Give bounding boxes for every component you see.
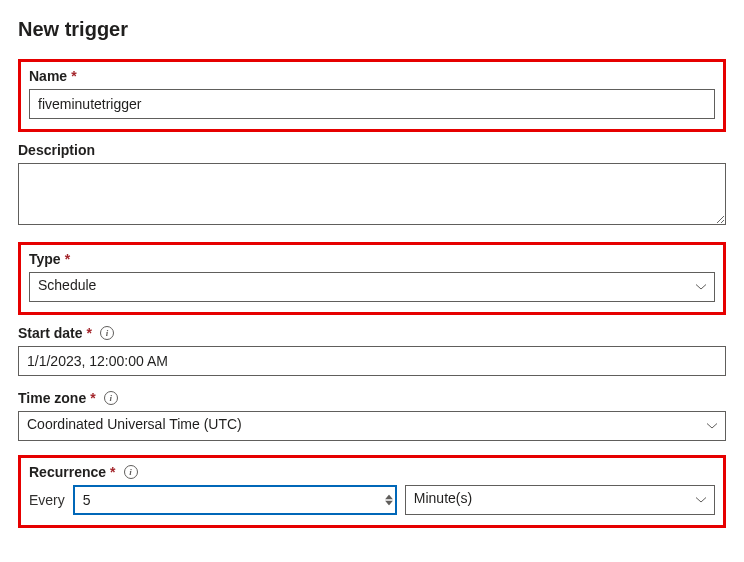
description-label: Description bbox=[18, 142, 95, 158]
time-zone-label-row: Time zone * i bbox=[18, 390, 726, 406]
time-zone-select[interactable]: Coordinated Universal Time (UTC) bbox=[18, 411, 726, 441]
required-mark: * bbox=[90, 390, 95, 406]
time-zone-label: Time zone bbox=[18, 390, 86, 406]
required-mark: * bbox=[87, 325, 92, 341]
start-date-section: Start date * i bbox=[18, 325, 726, 376]
required-mark: * bbox=[110, 464, 115, 480]
required-mark: * bbox=[65, 251, 70, 267]
description-textarea[interactable] bbox=[18, 163, 726, 225]
description-label-row: Description bbox=[18, 142, 726, 158]
type-label: Type bbox=[29, 251, 61, 267]
info-icon[interactable]: i bbox=[124, 465, 138, 479]
recurrence-every-input[interactable] bbox=[73, 485, 397, 515]
type-section: Type * Schedule bbox=[18, 242, 726, 315]
recurrence-section: Recurrence * i Every Minute(s) bbox=[18, 455, 726, 528]
recurrence-label-row: Recurrence * i bbox=[29, 464, 715, 480]
name-input[interactable] bbox=[29, 89, 715, 119]
info-icon[interactable]: i bbox=[104, 391, 118, 405]
type-select[interactable]: Schedule bbox=[29, 272, 715, 302]
name-label: Name bbox=[29, 68, 67, 84]
start-date-input[interactable] bbox=[18, 346, 726, 376]
name-label-row: Name * bbox=[29, 68, 715, 84]
required-mark: * bbox=[71, 68, 76, 84]
description-section: Description bbox=[18, 142, 726, 228]
every-label: Every bbox=[29, 492, 65, 508]
start-date-label: Start date bbox=[18, 325, 83, 341]
info-icon[interactable]: i bbox=[100, 326, 114, 340]
page-title: New trigger bbox=[18, 18, 726, 41]
recurrence-unit-select[interactable]: Minute(s) bbox=[405, 485, 715, 515]
start-date-label-row: Start date * i bbox=[18, 325, 726, 341]
type-label-row: Type * bbox=[29, 251, 715, 267]
name-section: Name * bbox=[18, 59, 726, 132]
time-zone-section: Time zone * i Coordinated Universal Time… bbox=[18, 390, 726, 441]
recurrence-label: Recurrence bbox=[29, 464, 106, 480]
